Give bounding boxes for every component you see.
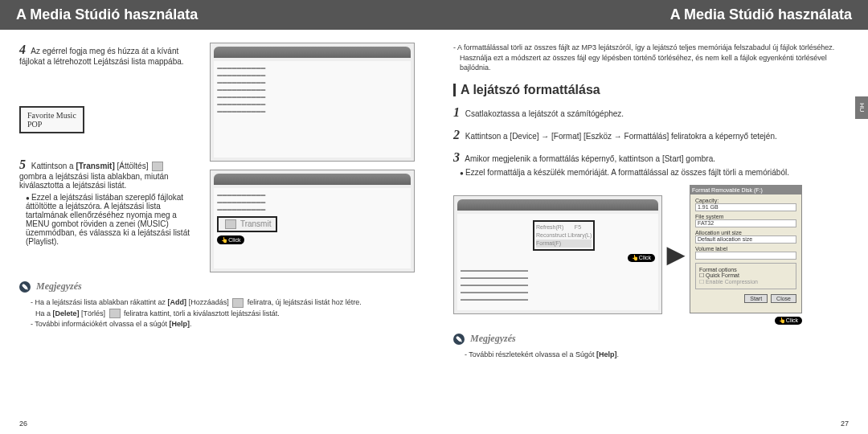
callout-line1: Favorite Music xyxy=(27,111,76,120)
format-dialog: Format Removable Disk (F:) Capacity:1.91… xyxy=(690,185,802,313)
format-options-group: Format options ☐ Quick Format ☐ Enable C… xyxy=(695,263,796,289)
step-text: Az egérrel fogja meg és húzza át a kíván… xyxy=(19,47,184,66)
screenshot-device-menu: Refresh(R) F5 Reconstruct Library(L) For… xyxy=(453,195,662,314)
dialog-title: Format Removable Disk (F:) xyxy=(690,186,801,194)
close-button[interactable]: Close xyxy=(771,294,796,303)
step-5: 5 Kattintson a [Transmit] [Áttöltés] gom… xyxy=(19,158,200,246)
step3-bullet: Ezzel formattálja a készülék memóriáját.… xyxy=(460,168,849,177)
allocation-field[interactable]: Default allocation size xyxy=(695,235,796,244)
notes-body-right: - További részletekért olvassa el a Súgó… xyxy=(453,350,849,361)
step-body: gombra a lejátszási lista ablakban, miut… xyxy=(19,172,169,190)
step-text-before: Kattintson a xyxy=(31,162,74,170)
section-title: A lejátszó formattálása xyxy=(453,83,849,97)
note-icon: ✎ xyxy=(19,281,31,293)
page-header-left: A Media Stúdió használata xyxy=(0,0,434,30)
note-icon: ✎ xyxy=(453,334,465,345)
step-1: 1 Csatlakoztassa a lejátszót a számítógé… xyxy=(453,105,849,120)
transmit-icon xyxy=(152,162,163,171)
page-number-right: 27 xyxy=(841,420,849,428)
step-3: 3 Amikor megjelenik a formattálás képern… xyxy=(453,150,849,177)
notes-title-right: ✎ Megjegyzés xyxy=(453,333,849,345)
step-number: 5 xyxy=(19,158,26,171)
transmit-bold: [Transmit] xyxy=(76,162,114,170)
click-badge: 👆Click xyxy=(775,317,802,325)
delete-icon xyxy=(109,309,121,318)
step-number: 4 xyxy=(19,43,26,56)
step-2: 2 Kattintson a [Device] → [Format] [Eszk… xyxy=(453,128,849,142)
capacity-field[interactable]: 1.91 GB xyxy=(695,203,796,211)
step5-bullet: Ezzel a lejátszási listában szereplő fáj… xyxy=(26,193,200,246)
notes-title-left: ✎ Megjegyzés xyxy=(19,280,415,293)
notes-body-left: - Ha a lejátszási lista ablakban rákatti… xyxy=(19,297,415,330)
transmit-label: Transmit xyxy=(240,219,272,228)
screenshot-top: ▬▬▬▬▬▬▬▬▬▬▬▬▬▬▬▬▬▬▬▬▬▬▬▬▬▬▬▬▬▬▬▬▬▬▬▬▬▬▬▬… xyxy=(210,43,415,162)
screenshot-bottom: ▬▬▬▬▬▬▬▬▬▬▬▬▬▬▬▬▬▬▬▬▬▬▬▬▬▬▬▬▬▬ Transmit … xyxy=(210,170,415,272)
click-badge: 👆Click xyxy=(217,235,244,244)
language-tab: HU xyxy=(855,96,868,119)
add-icon xyxy=(232,298,244,308)
volume-label-field[interactable] xyxy=(695,252,796,260)
page-header-right: A Media Stúdió használata xyxy=(434,0,868,30)
callout-line2: POP xyxy=(27,120,76,129)
step-text-after: [Áttöltés] xyxy=(117,162,149,170)
favorite-music-callout: Favorite Music POP xyxy=(19,106,84,133)
start-button[interactable]: Start xyxy=(744,294,768,303)
transmit-callout: Transmit xyxy=(217,216,277,232)
intro-paragraph: - A formattálással törli az összes fájlt… xyxy=(453,43,849,73)
arrow-right-icon: ▶ xyxy=(667,241,685,268)
transmit-icon xyxy=(225,219,236,229)
device-dropdown-callout: Refresh(R) F5 Reconstruct Library(L) For… xyxy=(533,220,595,251)
click-badge: 👆Click xyxy=(628,254,655,262)
filesystem-field[interactable]: FAT32 xyxy=(695,219,796,227)
step-4: 4 Az egérrel fogja meg és húzza át a kív… xyxy=(19,43,200,66)
page-number-left: 26 xyxy=(19,420,27,428)
